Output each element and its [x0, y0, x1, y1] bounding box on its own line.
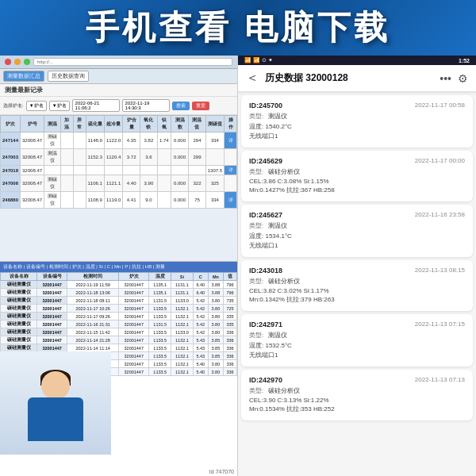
status-time: 1:52 [459, 58, 470, 63]
col-iron-oxide: 氧化铁 [140, 116, 158, 132]
table-cell: 0.000 [171, 175, 188, 192]
settings-button[interactable]: ⚙ [458, 72, 468, 85]
table-cell [205, 149, 224, 166]
search-button[interactable]: 搜索 [172, 102, 190, 110]
record-card[interactable]: ID:2456272022-11-16 23:58类型:测温仪温度: 1534.… [241, 205, 473, 257]
spreadsheet-cell: 1133.5 [149, 305, 171, 313]
col-superheat: 超冷量 [104, 116, 122, 132]
person-body [16, 367, 95, 455]
table-cell [157, 192, 171, 209]
sp-col-devid: 设备编号 [37, 273, 67, 281]
record-id: ID:242971 [249, 321, 282, 328]
spreadsheet-cell: 3.80 [208, 368, 223, 376]
table-cell: 测碳仪 [44, 192, 61, 209]
spreadsheet-cell: 5.42 [193, 305, 208, 313]
reset-button[interactable]: 重置 [192, 102, 209, 110]
spreadsheet-cell: 32001447 [119, 368, 149, 376]
table-cell: 322 [189, 175, 205, 192]
table-row: 24701832008.471307.5详 [1, 166, 237, 175]
nav-tab-history[interactable]: 历史数据查询 [48, 71, 89, 82]
record-card[interactable]: ID:2456292022-11-17 00:00类型:碳硅分析仪CEL:3.8… [241, 151, 473, 202]
table-cell [73, 132, 86, 149]
date-from[interactable]: 2022-06-21 11:06:2 [72, 99, 120, 112]
spreadsheet-cell: 3.88 [208, 289, 223, 297]
spreadsheet-cell: 1133.5 [149, 344, 171, 352]
table-cell[interactable]: 详 [225, 175, 237, 192]
sp-col-mn: Mn [208, 273, 223, 281]
spreadsheet-cell: 32001447 [37, 321, 67, 328]
spreadsheet-cell: 1131.5 [149, 297, 171, 305]
spreadsheet-cell: 32001447 [119, 336, 149, 344]
record-type-row: 类型:测温仪 [249, 221, 465, 230]
date-select[interactable]: ▼炉名 [49, 101, 70, 111]
col-furnace-seq: 炉次 [1, 116, 21, 132]
furnace-select[interactable]: ▼炉名 [26, 101, 47, 111]
spreadsheet-cell: 碳硅测量仪 [1, 336, 37, 344]
table-cell[interactable]: 详 [225, 149, 237, 166]
record-card[interactable]: ID:2457002022-11-17 00:58类型:测温仪温度: 1540.… [241, 95, 473, 148]
table-cell[interactable]: 详 [225, 132, 237, 149]
spreadsheet-cell: 3.80 [208, 313, 223, 321]
table-cell: 32008.47 [21, 192, 44, 209]
col-heat: 加温 [60, 116, 73, 132]
table-cell [73, 175, 86, 192]
table-cell: 3.6 [140, 149, 158, 166]
spreadsheet-row: 碳硅测量仪320014472022-11-15 11:4232001447113… [1, 328, 237, 336]
spreadsheet-cell: 32001447 [119, 352, 149, 360]
spreadsheet-cell: 32001447 [119, 344, 149, 352]
record-card[interactable]: ID:2429702022-11-13 07:13类型:碳硅分析仪CEL:3.9… [241, 370, 473, 420]
nav-tab-summary[interactable]: 测量数据汇总 [3, 71, 44, 82]
pc-browser-header: http://... [0, 56, 237, 69]
record-header: ID:2456272022-11-16 23:58 [249, 211, 465, 219]
table-cell [60, 132, 73, 149]
table-cell: 测温仪 [44, 149, 61, 166]
close-dot [5, 59, 11, 65]
sp-col-temp: 温度 [149, 273, 171, 281]
spreadsheet-cell: 1132.1 [171, 352, 194, 360]
spreadsheet-cell: 32001447 [119, 305, 149, 313]
table-cell: 3.90 [140, 175, 158, 192]
record-datetime: 2022-11-17 00:00 [415, 157, 465, 164]
spreadsheet-cell: 碳硅测量仪 [1, 344, 37, 352]
spreadsheet-cell: 5.43 [193, 344, 208, 352]
table-cell: 1122.0 [104, 132, 122, 149]
table-cell[interactable]: 详 [225, 192, 237, 209]
table-cell [73, 192, 86, 209]
spreadsheet-cell: 3.88 [208, 281, 223, 289]
col-furnace-total: 炉合量 [123, 116, 140, 132]
table-cell: 4.35 [123, 132, 140, 149]
spreadsheet-cell: 1133.5 [149, 313, 171, 321]
spreadsheet-cell: 2022-11-17 09:26 [67, 313, 119, 321]
spreadsheet-cell: 2022-11-18 08:11 [67, 297, 119, 305]
spreadsheet-cell: 6.40 [193, 281, 208, 289]
spreadsheet-cell: 32001447 [119, 289, 149, 297]
record-type-value: 碳硅分析仪 [268, 167, 300, 176]
mobile-status-bar: 📶 📶 ⊙ ✦ 1:52 [238, 56, 476, 65]
table-cell [44, 166, 61, 175]
record-card[interactable]: ID:2429712022-11-13 07:15类型:测温仪温度: 1532.… [241, 314, 473, 367]
spreadsheet-row: 碳硅测量仪320014472022-11-16 21:3132001447113… [1, 321, 237, 328]
spreadsheet-cell: 3.80 [208, 305, 223, 313]
table-cell: 4.41 [123, 192, 140, 209]
table-cell: 1120.4 [104, 149, 122, 166]
table-cell: 32008.47 [21, 149, 44, 166]
record-id: ID:243018 [249, 267, 282, 274]
date-to[interactable]: 2022-11-19 14:30:3 [122, 99, 170, 112]
table-cell[interactable]: 详 [225, 166, 237, 175]
sp-col-c: C [193, 273, 208, 281]
spreadsheet-cell: 1135.1 [149, 289, 171, 297]
table-cell: 75 [189, 192, 205, 209]
record-type-label: 类型: [249, 331, 263, 340]
record-type-row: 类型:碳硅分析仪 [249, 386, 465, 395]
col-sulfur: 硫化量 [86, 116, 104, 132]
table-cell: 32008.47 [21, 166, 44, 175]
record-card[interactable]: ID:2430182022-11-13 08:15类型:碳硅分析仪CEL:3.8… [241, 260, 473, 311]
spreadsheet-cell: 6.40 [193, 289, 208, 297]
record-type-value: 碳硅分析仪 [268, 386, 300, 395]
spreadsheet-cell: 32001447 [119, 360, 149, 368]
more-options-button[interactable]: ••• [440, 72, 451, 85]
record-type-value: 测温仪 [268, 221, 287, 230]
person-head [41, 371, 70, 400]
back-button[interactable]: ＜ [246, 70, 259, 86]
record-id: ID:245627 [249, 211, 282, 219]
